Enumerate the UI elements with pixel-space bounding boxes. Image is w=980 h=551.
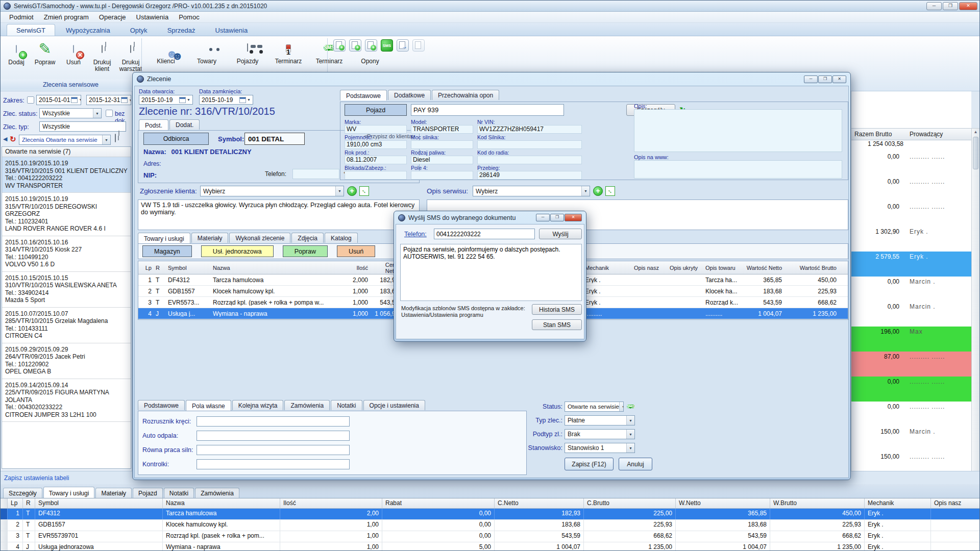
symbol-value[interactable]: 001 DETAL [244,133,305,145]
table-row[interactable]: 4J Usługa jednorazowaWymiana - naprawa 1… [1,542,980,551]
data-otwarcia-input[interactable]: 2015-10-19▼ [139,95,193,105]
form-tab[interactable]: Kolejna wizyta [232,400,284,410]
menu-item[interactable]: Operacje [94,12,131,22]
grid-row[interactable]: 0,00 ......... ...... [851,152,972,177]
bottom-tab[interactable]: Pojazd [133,488,163,498]
status-sms-icon[interactable]: SMS [627,405,634,408]
prowadzacy-header[interactable]: Prowadzący [906,131,943,138]
vehicle-field-value[interactable] [411,171,473,180]
maximize-button[interactable]: ❐ [943,2,958,10]
column-header[interactable]: Opis nasz [632,265,668,271]
sms-close-button[interactable]: ✕ [565,214,582,221]
calendar-picker-icon[interactable] [179,97,186,103]
dialog-maximize-button[interactable]: ❐ [818,76,832,83]
toolbar-button[interactable]: Drukuj klient [88,38,116,72]
custom-field-input[interactable] [197,445,350,455]
document-forward-icon[interactable]: → [397,39,409,52]
table-row[interactable]: 3T EVR55739701Rozrząd kpl. (pasek + rolk… [1,531,980,542]
dialog-close-button[interactable]: ✕ [832,76,846,83]
vehicle-field-value[interactable]: 286149 [477,171,582,180]
typ-zlec-select[interactable]: Płatne▼ [565,415,635,425]
sms-send-icon[interactable]: SMS [381,39,393,52]
date-to-input[interactable]: 2015-12-31▼ [86,95,131,105]
column-header[interactable]: Wartość Netto [744,265,784,271]
order-filter-select[interactable]: Zlecenia Otwarte na serwisie▼ [19,135,111,145]
column-header[interactable]: Opis ukryty [668,265,703,271]
order-list-item[interactable]: 2015.09.29/2015.09.29 264/VTR/09/2015 Ja… [2,343,131,379]
toolbar-button[interactable]: + Dodaj [3,38,30,72]
sms-telefon-input[interactable] [434,229,535,239]
grid-row[interactable]: 0,00 Marcin . [851,277,972,302]
column-header[interactable]: Nazwa [211,265,338,271]
form-tab[interactable]: Podstawowe [138,400,185,410]
dialog-minimize-button[interactable]: ─ [804,76,818,83]
column-header[interactable]: W.Netto [676,498,770,508]
module-tab[interactable]: Sprzedaż [158,24,205,36]
stanowisko-select[interactable]: Stanowisko 1▼ [565,443,635,453]
calendar-picker-icon[interactable] [121,97,128,103]
order-list-item[interactable]: 2015.10.16/2015.10.16 314/VTR/10/2015 Ki… [2,236,131,272]
bottom-tab[interactable]: Towary i usługi [43,487,95,498]
print-list-icon[interactable] [115,134,116,142]
column-header[interactable]: C.Brutto [584,498,676,508]
column-header[interactable]: Nazwa [163,498,280,508]
minimize-button[interactable]: ─ [926,2,942,10]
column-header[interactable]: Lp [138,265,154,271]
pojazd-button[interactable]: Pojazd [345,104,407,116]
toolbar-button[interactable]: Drukuj warsztat [117,38,144,72]
bottom-tab[interactable]: Notatki [164,488,194,498]
custom-field-input[interactable] [197,431,350,441]
grid-row[interactable]: 0,00 ......... ...... [851,177,972,202]
warehouse-doc-add-icon[interactable]: + [365,39,377,52]
sms-history-button[interactable]: Historia SMS [532,304,582,315]
opis-box[interactable] [634,109,842,152]
column-header[interactable]: C.Netto [495,498,584,508]
collapse-arrow-icon[interactable]: ◀ [3,136,7,142]
bottom-tab[interactable]: Szczegóły [3,488,42,498]
vehicle-field-value[interactable]: WV1ZZZ7HZ8H059417 [477,125,582,134]
odbiorca-button[interactable]: Odbiorca [143,133,209,145]
order-list-item[interactable]: 2015.10.07/2015.10.07 285/VTR/10/2015 Gr… [2,308,131,343]
table-row[interactable]: 1T DF4312Tarcza hamulcowa 2,000,00 182,9… [1,509,980,520]
column-header[interactable]: Mechanik [865,498,931,508]
add-icon[interactable]: + [593,186,603,196]
toolbar-button[interactable]: ✎ Popraw [31,38,59,72]
vehicle-field-value[interactable]: TRANSPORTER [411,125,473,134]
column-header[interactable]: Symbol [166,265,211,271]
vehicle-field-value[interactable]: WV [345,125,407,134]
opis-serwisu-select[interactable]: Wybierz▼ [473,186,590,196]
vehicle-field-value[interactable] [411,140,473,149]
grid-row[interactable]: 196,00 Max [851,327,972,352]
column-header[interactable]: R [23,498,35,508]
items-tab[interactable]: Zdjęcia [291,233,324,243]
usluga-jednorazowa-button[interactable]: Usł. jednorazowa [201,245,274,257]
order-tab[interactable]: Dodat. [169,119,200,130]
order-list-item[interactable]: 2015.10.19/2015.10.19 316/VTR/10/2015 00… [2,157,131,193]
scroll-up-icon[interactable]: ▲ [972,130,979,134]
form-tab[interactable]: Pola własne [186,400,231,411]
zgloszenie-textarea[interactable]: VW T5 1.9 tdi - uszczelka głowicy. Wyrzu… [138,199,420,230]
save-table-settings-link[interactable]: Zapisz ustawienia tabeli [4,474,69,482]
menu-item[interactable]: Podmiot [5,12,38,22]
vehicle-tab[interactable]: Podstawowe [340,90,387,101]
magazyn-button[interactable]: Magazyn [142,245,192,257]
razem-brutto-header[interactable]: Razem Brutto [851,131,906,138]
expand-icon[interactable]: ↔ [605,186,615,196]
sms-send-button[interactable]: Wyślij [539,229,582,239]
items-tab[interactable]: Wykonali zlecenie [229,233,290,243]
usun-item-button[interactable]: Usuń [337,245,375,257]
items-tab[interactable]: Towary i usługi [138,233,190,243]
status-select[interactable]: Otwarte na serwisie▼ [565,402,624,412]
refresh-icon[interactable]: ↻ [10,135,16,144]
toolbar-button[interactable]: ✕ Usuń [60,38,87,72]
column-header[interactable]: Lp [8,498,23,508]
toolbar-button[interactable]: ☻☻ Klienci [150,38,182,65]
vertical-scrollbar[interactable]: ▲ ▼ [971,128,980,480]
menu-item[interactable]: Zmień program [39,12,93,22]
data-zamkniecia-input[interactable]: 2015-10-19▼ [199,95,253,105]
vehicle-field-value[interactable]: Diesel [411,156,473,164]
grid-row[interactable]: 0,00 ......... ...... [851,402,972,427]
bottom-tab[interactable]: Materiały [95,488,132,498]
zgloszenie-select[interactable]: Wybierz▼ [200,186,344,196]
module-tab[interactable]: SerwisGT [7,24,55,36]
